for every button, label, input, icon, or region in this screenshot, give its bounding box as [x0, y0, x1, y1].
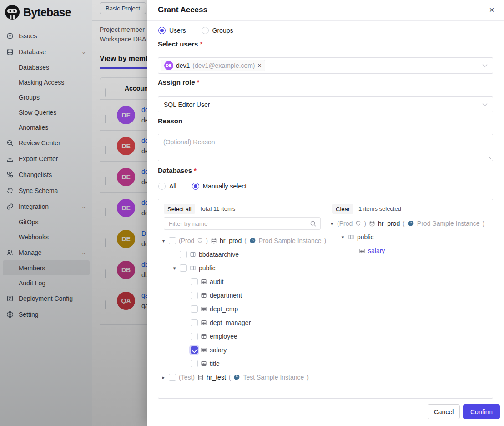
required-asterisk: * [200, 40, 202, 48]
manually-select-label: Manually select [203, 183, 247, 190]
assign-role-select[interactable]: SQL Editor User [158, 96, 493, 112]
tree-node-employee[interactable]: employee [158, 330, 326, 343]
avatar: DE [164, 61, 173, 70]
tree-node-department[interactable]: department [158, 289, 326, 302]
caret-down-icon[interactable]: ▾ [161, 238, 166, 244]
confirm-button[interactable]: Confirm [463, 404, 500, 419]
schema-icon [190, 265, 196, 271]
member-type-radio-group: Users Groups [158, 27, 233, 34]
tree-node-dept-manager[interactable]: dept_manager [158, 316, 326, 330]
selected-count-text: 1 items selected [358, 205, 401, 212]
clear-button[interactable]: Clear [332, 204, 353, 214]
source-tree: ▾ (Prod ) hr_prod ( Prod Sample Instance… [158, 234, 326, 384]
tree-node-public[interactable]: ▾ public [158, 261, 326, 275]
caret-down-icon[interactable]: ▾ [340, 234, 345, 240]
tree-node-salary-selected[interactable]: salary [327, 244, 493, 258]
environment-shield-icon [355, 220, 361, 227]
checkbox[interactable] [169, 374, 176, 381]
caret-down-icon[interactable]: ▾ [329, 221, 334, 227]
checkbox[interactable] [191, 278, 198, 285]
checkbox[interactable] [180, 251, 187, 258]
search-icon [310, 220, 317, 227]
all-databases-label: All [169, 183, 176, 190]
reason-textarea[interactable]: (Optional) Reason [158, 134, 493, 161]
selected-user-tag: DE dev1 (dev1@example.com) × [161, 60, 265, 71]
table-icon [201, 347, 207, 353]
caret-down-icon[interactable]: ▾ [172, 265, 177, 271]
selected-user-name: dev1 [176, 62, 190, 69]
source-panel: Select all Total 11 items Filter by name… [158, 199, 326, 398]
manually-select-radio[interactable] [192, 183, 199, 190]
table-icon [201, 292, 207, 299]
total-items-text: Total 11 items [199, 205, 235, 212]
chevron-down-icon [482, 64, 488, 67]
schema-icon [348, 234, 354, 240]
tree-node-salary[interactable]: salary [158, 343, 326, 357]
reason-placeholder: (Optional) Reason [163, 138, 215, 146]
tree-node-public[interactable]: ▾ public [327, 230, 493, 244]
selected-user-email: (dev1@example.com) [192, 62, 255, 69]
tree-node-audit[interactable]: audit [158, 275, 326, 289]
checkbox[interactable] [180, 264, 187, 272]
table-icon [201, 279, 207, 285]
modal-header: Grant Access × [147, 0, 504, 21]
table-icon [201, 320, 207, 326]
tree-node-bbdataarchive[interactable]: bbdataarchive [158, 248, 326, 261]
groups-radio[interactable] [202, 27, 209, 34]
tree-node-hr-prod[interactable]: ▾ (Prod ) hr_prod ( Prod Sample Instance… [158, 234, 326, 248]
groups-radio-label: Groups [212, 27, 233, 34]
checkbox[interactable] [191, 333, 198, 340]
grant-access-modal: Grant Access × Users Groups Select users… [147, 0, 504, 426]
database-icon [369, 220, 375, 227]
postgres-icon [233, 374, 240, 381]
select-users-input[interactable]: DE dev1 (dev1@example.com) × [158, 57, 493, 74]
selected-tree: ▾ (Prod ) hr_prod ( Prod Sample Instance… [327, 217, 493, 258]
selected-panel: Clear 1 items selected ▾ (Prod ) hr_prod… [327, 199, 493, 398]
tree-node-hr-prod[interactable]: ▾ (Prod ) hr_prod ( Prod Sample Instance… [327, 217, 493, 230]
select-users-label: Select users* [158, 40, 202, 48]
cancel-button[interactable]: Cancel [428, 404, 460, 419]
checkbox[interactable] [191, 319, 198, 326]
filter-input[interactable]: Filter by name [164, 217, 321, 230]
modal-title: Grant Access [158, 5, 207, 15]
assign-role-value: SQL Editor User [164, 101, 210, 108]
database-transfer-panel: Select all Total 11 items Filter by name… [158, 199, 493, 399]
tree-node-hr-test[interactable]: ▸ (Test) hr_test ( Test Sample Instance … [158, 370, 326, 384]
tree-node-dept-emp[interactable]: dept_emp [158, 302, 326, 316]
select-all-button[interactable]: Select all [164, 204, 195, 214]
filter-placeholder: Filter by name [169, 220, 208, 227]
table-icon [359, 248, 365, 254]
database-icon [211, 238, 217, 244]
checkbox[interactable] [169, 237, 176, 244]
environment-shield-icon [197, 238, 203, 244]
table-icon [201, 333, 207, 340]
table-icon [201, 306, 207, 312]
postgres-icon [249, 238, 256, 244]
checkbox-checked[interactable] [191, 346, 198, 354]
schema-icon [190, 251, 196, 258]
users-radio[interactable] [158, 27, 166, 34]
resize-grip-icon[interactable] [488, 156, 492, 160]
checkbox[interactable] [191, 292, 198, 299]
remove-user-icon[interactable]: × [258, 62, 262, 69]
users-radio-label: Users [169, 27, 186, 34]
checkbox[interactable] [191, 360, 198, 367]
required-asterisk: * [197, 78, 200, 86]
caret-right-icon[interactable]: ▸ [161, 375, 166, 380]
all-databases-radio[interactable] [158, 183, 166, 190]
tree-node-title[interactable]: title [158, 357, 326, 370]
postgres-icon [408, 220, 414, 227]
databases-label: Databases* [158, 167, 197, 174]
close-icon[interactable]: × [486, 4, 498, 16]
database-icon [197, 374, 204, 380]
db-mode-radio-group: All Manually select [158, 183, 247, 190]
reason-label: Reason [158, 117, 182, 125]
table-icon [201, 360, 207, 367]
chevron-down-icon [482, 103, 488, 106]
checkbox[interactable] [191, 305, 198, 313]
required-asterisk: * [194, 167, 197, 174]
assign-role-label: Assign role* [158, 78, 200, 86]
